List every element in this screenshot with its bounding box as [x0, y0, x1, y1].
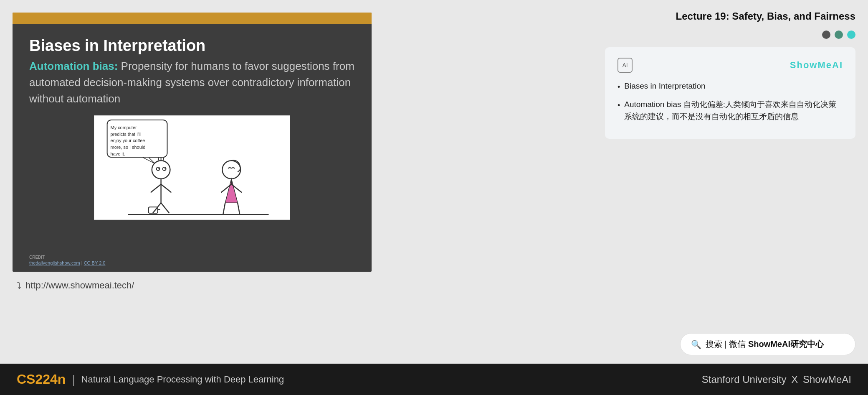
dot-3[interactable] — [847, 31, 855, 39]
svg-line-19 — [161, 203, 170, 213]
lecture-slide: Biases in Interpretation Automation bias… — [13, 13, 372, 272]
ai-summary-card: AI ShowMeAI • Biases in Interpretation •… — [605, 47, 855, 139]
svg-line-17 — [161, 184, 172, 193]
dot-2[interactable] — [835, 31, 843, 39]
course-code: CS224n — [17, 372, 66, 387]
svg-line-27 — [238, 203, 240, 214]
bottom-right: Stanford University X ShowMeAI — [702, 374, 851, 385]
ai-bullet-1: • Biases in Interpretation — [617, 80, 843, 93]
search-icon: 🔍 — [691, 339, 701, 349]
slide-title: Biases in Interpretation — [29, 37, 355, 55]
ai-bullet-2-text: Automation bias 自动化偏差:人类倾向于喜欢来自自动化决策系统的建… — [624, 99, 843, 122]
lecture-title-area: Lecture 19: Safety, Bias, and Fairness — [392, 8, 855, 22]
svg-text:My computer: My computer — [111, 125, 137, 130]
svg-line-18 — [153, 203, 161, 213]
svg-line-26 — [223, 203, 225, 214]
slide-credit: CREDIT thedailyenglishshow.com | CC BY 2… — [29, 255, 105, 265]
ai-bullet-1-text: Biases in Interpretation — [624, 80, 705, 92]
bottom-bar: CS224n | Natural Language Processing wit… — [0, 364, 868, 395]
credit-label: CREDIT — [29, 255, 105, 260]
stanford-text: Stanford University — [702, 374, 787, 385]
slide-content: Biases in Interpretation Automation bias… — [13, 24, 372, 237]
svg-text:predicts that I'll: predicts that I'll — [111, 132, 141, 137]
slide-top-bar — [13, 13, 372, 24]
x-separator: X — [791, 374, 798, 385]
credit-link1[interactable]: thedailyenglishshow.com — [29, 260, 80, 265]
subtitle-highlight: Automation bias: — [29, 60, 118, 72]
bullet-dot-2: • — [617, 100, 620, 111]
showmeai-brand-footer: ShowMeAI — [803, 374, 851, 385]
svg-line-12 — [158, 157, 159, 161]
svg-text:have it.: have it. — [111, 151, 125, 156]
svg-text:more, so I should: more, so I should — [111, 145, 146, 150]
svg-point-22 — [222, 161, 240, 179]
svg-point-7 — [152, 161, 170, 179]
dot-1[interactable] — [822, 31, 830, 39]
ai-bullet-2: • Automation bias 自动化偏差:人类倾向于喜欢来自自动化决策系统… — [617, 99, 843, 122]
slide-subtitle: Automation bias: Propensity for humans t… — [29, 58, 355, 107]
dots-area — [392, 31, 855, 39]
slide-container: Biases in Interpretation Automation bias… — [0, 0, 384, 364]
ai-icon: AI — [617, 58, 633, 73]
search-prefix: 搜索 | 微信 — [706, 339, 748, 349]
search-brand: ShowMeAI研究中心 — [748, 339, 824, 349]
svg-point-10 — [158, 168, 159, 169]
svg-line-16 — [151, 184, 161, 193]
url-bar: ⤵ http://www.showmeai.tech/ — [13, 280, 372, 291]
credit-link2[interactable]: CC BY 2.0 — [84, 260, 106, 265]
showmeai-brand-card: ShowMeAI — [790, 60, 843, 71]
svg-line-14 — [163, 157, 164, 161]
bullet-dot-1: • — [617, 82, 620, 93]
svg-text:enjoy your coffee: enjoy your coffee — [111, 138, 145, 143]
course-name: Natural Language Processing with Deep Le… — [81, 374, 284, 385]
credit-links: thedailyenglishshow.com | CC BY 2.0 — [29, 260, 105, 265]
svg-point-11 — [164, 168, 166, 169]
url-text: http://www.showmeai.tech/ — [25, 280, 134, 291]
right-panel: Lecture 19: Safety, Bias, and Fairness A… — [384, 0, 868, 364]
bottom-divider: | — [72, 373, 75, 386]
lecture-title: Lecture 19: Safety, Bias, and Fairness — [676, 10, 855, 22]
search-text: 搜索 | 微信 ShowMeAI研究中心 — [706, 339, 824, 350]
cartoon-image: My computer predicts that I'll enjoy you… — [94, 115, 290, 220]
ai-card-header: AI ShowMeAI — [617, 58, 843, 73]
search-bar[interactable]: 🔍 搜索 | 微信 ShowMeAI研究中心 — [680, 333, 855, 355]
link-icon: ⤵ — [17, 280, 21, 291]
svg-marker-6 — [142, 157, 155, 163]
bottom-left: CS224n | Natural Language Processing wit… — [17, 372, 284, 387]
